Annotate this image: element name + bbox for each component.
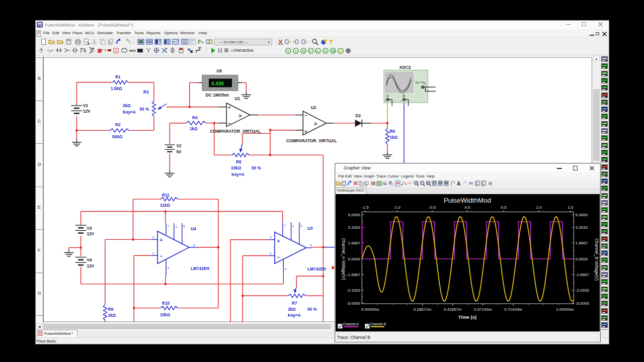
svg-text:U5: U5 [217,69,222,73]
svg-text:−: − [160,253,163,259]
svg-text:V4: V4 [87,258,92,262]
svg-text:dB: dB [331,49,335,53]
svg-text:-0.5: -0.5 [429,205,436,210]
svg-text:MISC: MISC [129,49,136,52]
svg-text:1.5: 1.5 [568,205,574,210]
svg-text:6: 6 [310,244,312,247]
svg-text:A↓: A↓ [316,49,320,53]
svg-text:3: 3 [152,236,154,239]
svg-text:6: 6 [193,244,195,247]
svg-text:10kΩ: 10kΩ [231,166,242,170]
svg-text:-5.0000: -5.0000 [347,301,361,306]
svg-text:0.42857m: 0.42857m [444,307,462,312]
svg-text:10kΩ: 10kΩ [160,313,171,317]
svg-text:5.0000: 5.0000 [348,213,361,217]
svg-text:DC 1MOhm: DC 1MOhm [206,93,229,98]
svg-text:12V: 12V [87,232,95,236]
svg-text:-1.0: -1.0 [393,205,400,210]
svg-text:U3: U3 [307,226,313,231]
svg-text:0.0000: 0.0000 [348,257,361,261]
svg-text:3: 3 [270,236,272,239]
svg-text:-1.5: -1.5 [362,205,369,210]
svg-text:1kΩ: 1kΩ [190,127,198,131]
svg-text:>: > [314,121,317,127]
svg-text:+: + [277,238,280,244]
svg-text:R9: R9 [108,307,114,312]
svg-text:5.0000: 5.0000 [576,213,588,217]
svg-text:D2: D2 [356,114,361,118]
svg-text:PulseWidthMod: PulseWidthMod [444,197,492,204]
svg-text:Time (s): Time (s) [458,314,476,320]
svg-text:500Ω: 500Ω [112,135,123,139]
svg-text:Channel_B Voltage(V): Channel_B Voltage(V) [594,238,599,281]
svg-text:1.00000m: 1.00000m [556,307,574,312]
svg-text:Key=A: Key=A [231,172,245,177]
svg-text:A: A [295,49,297,53]
svg-text:V↓: V↓ [309,49,313,53]
svg-text:Channel_A Voltage(V): Channel_A Voltage(V) [341,238,346,280]
svg-text:1.6667: 1.6667 [576,241,588,245]
svg-text:0.5: 0.5 [501,205,507,210]
svg-text:U2: U2 [311,106,316,110]
svg-text:1kΩ: 1kΩ [108,313,116,318]
svg-text:2kΩ: 2kΩ [288,307,296,312]
svg-text:5: 5 [300,224,302,227]
svg-text:+: + [160,237,163,243]
svg-text:R11: R11 [162,193,170,198]
svg-text:+: + [228,105,231,110]
svg-text:A: A [386,94,389,98]
svg-text:V2: V2 [177,144,182,148]
svg-text:7: 7 [168,225,170,228]
svg-text:-1.6667: -1.6667 [347,273,361,277]
svg-text:>: > [238,113,242,119]
svg-text:Ω: Ω [325,49,327,53]
svg-text:R6: R6 [390,129,395,134]
svg-text:12V: 12V [83,109,91,114]
svg-text:1.5kΩ: 1.5kΩ [111,86,122,91]
svg-text:2kΩ: 2kΩ [123,104,131,108]
svg-text:LM741EH: LM741EH [307,267,326,272]
svg-text:R2: R2 [115,123,121,127]
svg-text:7: 7 [284,224,286,227]
svg-text:W: W [301,49,305,53]
svg-text:R7: R7 [292,301,297,306]
svg-text:5: 5 [183,225,185,228]
svg-text:50 %: 50 % [307,307,317,312]
svg-text:3.3333: 3.3333 [576,225,588,230]
svg-text:R10: R10 [162,301,170,306]
svg-text:Key=A: Key=A [123,110,136,115]
svg-text:4: 4 [168,266,170,269]
svg-text:1.6667: 1.6667 [348,241,361,245]
svg-text:11kΩ: 11kΩ [160,203,170,208]
svg-text:4.496: 4.496 [211,81,224,86]
svg-text:-3.3333: -3.3333 [576,288,590,293]
svg-text:Channel B: Channel B [370,322,386,326]
svg-text:−: − [228,121,231,126]
svg-text:12V: 12V [87,264,95,268]
svg-text:+: + [304,129,307,134]
svg-text:-3.3333: -3.3333 [347,288,361,293]
svg-text:V1: V1 [83,104,88,108]
svg-text:0.71429m: 0.71429m [504,307,522,312]
svg-text:50 %: 50 % [252,166,261,170]
svg-text:+: + [400,99,402,102]
svg-text:0.57143m: 0.57143m [474,307,492,312]
svg-text:0.28571m: 0.28571m [414,307,432,312]
svg-text:-1.6667: -1.6667 [576,273,590,277]
svg-text:COMPARATOR_VIRTUAL: COMPARATOR_VIRTUAL [286,138,337,143]
svg-text:0.0: 0.0 [464,205,470,210]
svg-text:−: − [304,113,307,118]
svg-text:A: A [457,181,460,187]
svg-text:U4: U4 [191,227,196,231]
svg-text:−: − [393,99,395,102]
svg-text:+: + [425,83,426,86]
svg-text:1.0: 1.0 [536,205,542,210]
svg-text:4: 4 [285,267,287,270]
svg-text:V: V [287,49,290,53]
svg-text:Channel A: Channel A [343,322,359,326]
svg-text:?: ? [329,39,333,45]
svg-text:XSC2: XSC2 [399,65,411,70]
svg-text:2: 2 [152,252,154,255]
svg-text:0.0000: 0.0000 [576,257,588,261]
svg-text:50 %: 50 % [140,107,149,112]
